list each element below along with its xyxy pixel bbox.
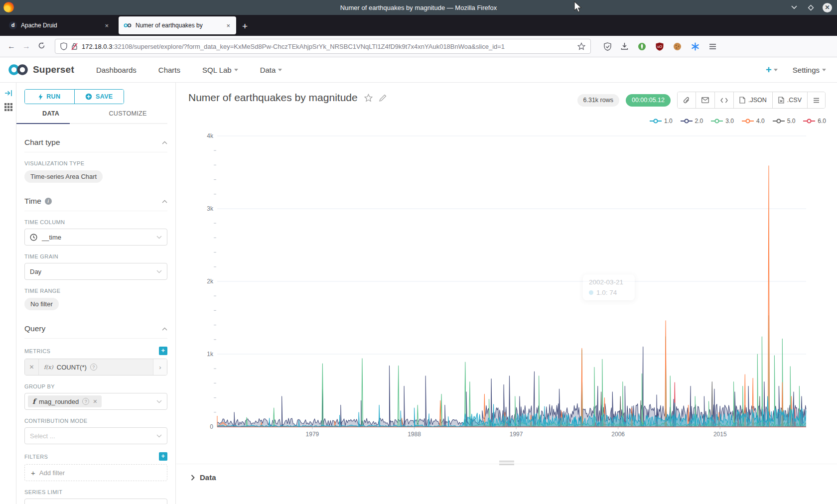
legend-item-3.0[interactable]: 3.0 — [711, 118, 734, 125]
add-filter-plus-button[interactable]: + — [159, 452, 167, 461]
remove-metric-icon[interactable]: ✕ — [25, 359, 39, 375]
legend-label: 1.0 — [664, 118, 673, 125]
group-by-pill[interactable]: f mag_rounded ? ✕ — [28, 395, 102, 407]
bookmark-star-icon[interactable] — [577, 42, 585, 50]
series-limit-select[interactable]: Select ... — [24, 499, 167, 504]
back-icon[interactable]: ← — [4, 42, 19, 51]
time-range-pill[interactable]: No filter — [24, 298, 59, 310]
tab-apache-druid[interactable]: d Apache Druid × — [4, 16, 115, 34]
envelope-icon — [701, 97, 709, 103]
legend-item-6.0[interactable]: 6.0 — [803, 118, 826, 125]
new-tab-button[interactable]: + — [242, 21, 248, 32]
expand-panel-icon[interactable] — [5, 90, 12, 97]
chart-title: Numer of earthquakes by magnitude — [188, 92, 358, 104]
viz-type-pill[interactable]: Time-series Area Chart — [24, 170, 103, 183]
time-column-select[interactable]: __time — [24, 229, 167, 246]
dataset-grid-icon[interactable] — [4, 103, 13, 112]
insecure-lock-icon[interactable] — [71, 43, 78, 50]
time-grain-select[interactable]: Day — [24, 263, 167, 280]
remove-dimension-icon[interactable]: ✕ — [93, 398, 97, 405]
window-minimize-icon[interactable] — [790, 3, 799, 12]
chevron-right-icon — [191, 475, 195, 481]
tab-data[interactable]: DATA — [24, 110, 77, 123]
help-icon: ? — [82, 398, 89, 405]
section-chart-type[interactable]: Chart type — [24, 136, 167, 149]
legend-label: 5.0 — [787, 118, 796, 125]
tab-superset-explore[interactable]: Numer of earthquakes by × — [119, 16, 236, 34]
chevron-down-icon — [774, 69, 778, 71]
settings-menu[interactable]: Settings — [793, 66, 826, 74]
chart-menu-button[interactable] — [808, 92, 825, 108]
add-metric-button[interactable]: + — [159, 347, 167, 355]
run-button[interactable]: RUN — [25, 90, 75, 104]
plus-icon: + — [31, 469, 35, 477]
legend-marker-icon — [711, 119, 723, 124]
legend-item-4.0[interactable]: 4.0 — [742, 118, 765, 125]
tab-close-icon[interactable]: × — [104, 22, 110, 29]
legend-marker-icon — [681, 119, 693, 124]
metrics-label: METRICS + — [24, 347, 167, 355]
legend-item-1.0[interactable]: 1.0 — [650, 118, 673, 125]
browser-toolbar: ← → 172.18.0.3:32108/superset/explore/?f… — [0, 36, 837, 57]
file-icon — [739, 97, 745, 104]
legend-item-5.0[interactable]: 5.0 — [773, 118, 796, 125]
data-section-header[interactable]: Data — [191, 473, 216, 482]
reload-icon[interactable] — [34, 42, 49, 51]
edit-pencil-icon[interactable] — [379, 94, 387, 102]
expand-metric-icon[interactable]: › — [153, 359, 167, 375]
group-by-select[interactable]: f mag_rounded ? ✕ — [24, 393, 167, 410]
protections-shield-icon[interactable] — [604, 42, 611, 51]
extension-green-icon[interactable] — [638, 42, 646, 51]
hamburger-menu-icon[interactable] — [709, 43, 716, 50]
metric-control[interactable]: ✕ f(x) COUNT(*) ? › — [24, 359, 167, 376]
function-icon: f — [32, 397, 35, 405]
copy-link-button[interactable] — [678, 92, 696, 108]
series-dot-icon — [589, 290, 593, 295]
superset-navbar: Superset Dashboards Charts SQL Lab Data … — [0, 57, 837, 83]
export-json-button[interactable]: .JSON — [734, 92, 773, 108]
chevron-down-icon — [234, 69, 238, 71]
forward-icon[interactable]: → — [19, 42, 34, 51]
chevron-up-icon — [162, 200, 167, 203]
timeseries-area-chart[interactable]: 01k2k3k4k19791988199720062015 — [176, 128, 837, 465]
add-new-button[interactable]: + — [766, 64, 778, 76]
tab-title: Numer of earthquakes by — [136, 22, 225, 29]
url-text: 172.18.0.3:32108/superset/explore/?form_… — [82, 43, 577, 50]
section-time[interactable]: Time i — [24, 195, 167, 208]
chevron-down-icon — [822, 69, 826, 71]
add-filter-dropzone[interactable]: + Add filter — [24, 464, 167, 481]
contribution-mode-select[interactable]: Select ... — [24, 427, 167, 444]
cookie-icon[interactable] — [673, 42, 682, 51]
nav-data[interactable]: Data — [260, 66, 282, 74]
export-csv-button[interactable]: .CSV — [773, 92, 808, 108]
window-maximize-icon[interactable] — [806, 3, 815, 12]
svg-text:1k: 1k — [207, 351, 214, 358]
window-titlebar: Numer of earthquakes by magnitude — Mozi… — [0, 0, 837, 15]
tracking-shield-icon[interactable] — [60, 42, 67, 50]
group-by-label: GROUP BY — [24, 383, 167, 389]
url-bar[interactable]: 172.18.0.3:32108/superset/explore/?form_… — [55, 39, 591, 54]
svg-text:0: 0 — [210, 423, 213, 430]
legend-label: 6.0 — [818, 118, 826, 125]
nav-charts[interactable]: Charts — [158, 66, 180, 74]
mouse-cursor — [574, 1, 582, 13]
download-icon[interactable] — [621, 42, 628, 50]
svg-text:2006: 2006 — [611, 431, 625, 438]
superset-infinity-icon — [7, 63, 30, 76]
superset-logo[interactable]: Superset — [7, 63, 74, 76]
tab-close-icon[interactable]: × — [225, 22, 231, 29]
resize-handle[interactable] — [499, 461, 514, 465]
section-query[interactable]: Query — [24, 322, 167, 335]
nav-sql-lab[interactable]: SQL Lab — [202, 66, 238, 74]
ublock-shield-icon[interactable]: uO — [656, 42, 664, 51]
legend-item-2.0[interactable]: 2.0 — [681, 118, 703, 125]
save-button[interactable]: SAVE — [75, 90, 124, 104]
embed-code-button[interactable] — [715, 92, 734, 108]
extension-blue-asterisk-icon[interactable] — [691, 42, 699, 51]
nav-dashboards[interactable]: Dashboards — [96, 66, 137, 74]
favorite-star-icon[interactable] — [364, 94, 373, 102]
legend-marker-icon — [773, 119, 785, 124]
email-button[interactable] — [696, 92, 715, 108]
window-close-icon[interactable]: ✕ — [823, 3, 832, 12]
tab-customize[interactable]: CUSTOMIZE — [88, 110, 167, 123]
